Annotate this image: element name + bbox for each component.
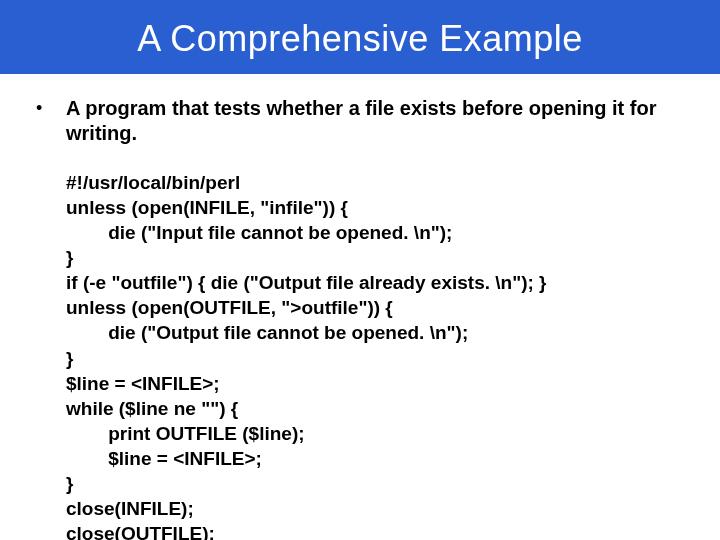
code-example: #!/usr/local/bin/perl unless (open(INFIL…	[66, 170, 684, 540]
title-band: A Comprehensive Example	[0, 0, 720, 74]
bullet-text: A program that tests whether a file exis…	[66, 96, 684, 146]
slide-title: A Comprehensive Example	[137, 18, 583, 59]
slide-body: • A program that tests whether a file ex…	[0, 74, 720, 540]
slide: A Comprehensive Example • A program that…	[0, 0, 720, 540]
bullet-row: • A program that tests whether a file ex…	[36, 96, 684, 146]
bullet-icon: •	[36, 96, 66, 120]
